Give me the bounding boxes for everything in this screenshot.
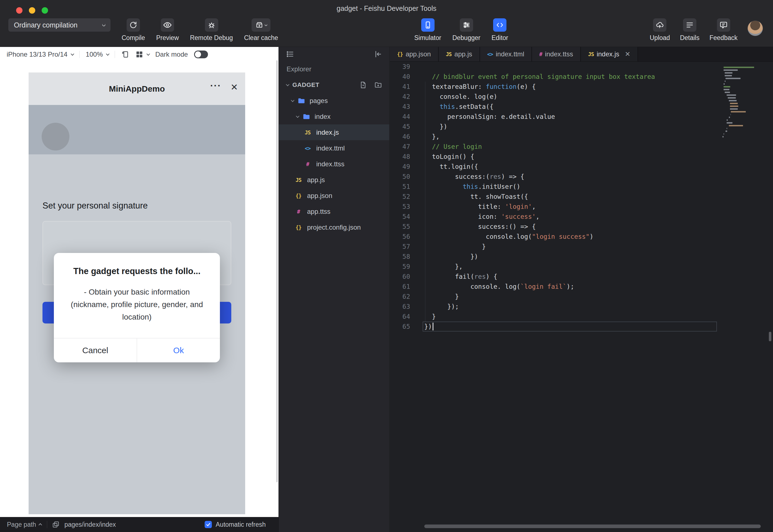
line-content: success:(res) => {: [410, 172, 524, 182]
tab-app.js[interactable]: JSapp.js: [439, 47, 480, 61]
tree-item-index.js[interactable]: JSindex.js: [279, 124, 389, 140]
code-line-44[interactable]: 44 personalSign: e.detail.value: [390, 112, 773, 122]
app-window: gadget - Feishu Developer Tools Ordinary…: [0, 0, 773, 532]
code-line-60[interactable]: 60 fail(res) {: [390, 272, 773, 282]
minimap-line: [724, 69, 738, 71]
minimap-line: [724, 133, 724, 135]
tree-item-app.ttss[interactable]: #app.ttss: [279, 204, 389, 219]
tab-index.ttml[interactable]: <>index.ttml: [480, 47, 532, 61]
dark-mode-toggle[interactable]: [194, 51, 208, 58]
collapse-panel-icon[interactable]: [374, 50, 382, 58]
tree-item-index[interactable]: index: [279, 109, 389, 124]
close-icon[interactable]: ✕: [230, 82, 238, 92]
code-line-50[interactable]: 50 success:(res) => {: [390, 172, 773, 182]
js-file-icon: JS: [294, 177, 303, 183]
code-line-40[interactable]: 40 // bindblur event of personal signatu…: [390, 72, 773, 82]
code-line-61[interactable]: 61 console. log(`login fail`);: [390, 282, 773, 292]
code-line-57[interactable]: 57 }: [390, 242, 773, 252]
minimap[interactable]: [722, 64, 767, 139]
tree-item-pages[interactable]: pages: [279, 93, 389, 109]
chevron-down-icon: [71, 52, 74, 56]
user-avatar[interactable]: [747, 21, 763, 36]
code-line-42[interactable]: 42 console. log(e): [390, 92, 773, 102]
code-line-58[interactable]: 58 }): [390, 252, 773, 262]
auto-refresh-checkbox[interactable]: [205, 521, 212, 528]
tree-item-index.ttss[interactable]: #index.ttss: [279, 156, 389, 172]
page-path-selector[interactable]: Page path: [7, 521, 42, 528]
chevron-down-icon[interactable]: [296, 114, 300, 118]
layout-grid-button[interactable]: [135, 51, 149, 58]
code-line-53[interactable]: 53 title: 'login',: [390, 202, 773, 212]
code-line-45[interactable]: 45 }): [390, 122, 773, 132]
details-button[interactable]: Details: [680, 18, 699, 42]
tree-item-app.json[interactable]: {}app.json: [279, 188, 389, 204]
preview-button[interactable]: Preview: [156, 18, 179, 42]
debugger-toggle-button[interactable]: Debugger: [452, 18, 480, 42]
code-line-64[interactable]: 64 }: [390, 312, 773, 322]
minimap-line: [728, 97, 736, 99]
minimap-line: [722, 136, 724, 137]
code-line-48[interactable]: 48 toLogin() {: [390, 152, 773, 162]
window-chrome: gadget - Feishu Developer Tools Ordinary…: [0, 0, 773, 47]
code-line-52[interactable]: 52 tt. showToast({: [390, 192, 773, 202]
device-selector[interactable]: iPhone 13/13 Pro/14: [7, 51, 73, 58]
code-line-43[interactable]: 43 this.setData({: [390, 102, 773, 112]
simulator-scrollbar[interactable]: [276, 60, 278, 482]
chevron-down-icon: [286, 83, 290, 86]
feedback-button[interactable]: Feedback: [709, 18, 737, 42]
compile-button[interactable]: Compile: [122, 18, 145, 42]
tree-item-app.js[interactable]: JSapp.js: [279, 172, 389, 188]
code-line-41[interactable]: 41 textareaBlur: function(e) {: [390, 82, 773, 92]
tab-index.js[interactable]: JSindex.js✕: [581, 47, 638, 61]
tree-item-project.config.json[interactable]: {}project.config.json: [279, 219, 389, 235]
code-line-49[interactable]: 49 tt.login({: [390, 162, 773, 172]
tree-item-index.ttml[interactable]: <>index.ttml: [279, 140, 389, 156]
code-line-56[interactable]: 56 console.log("login success"): [390, 232, 773, 242]
compilation-mode-dropdown[interactable]: Ordinary compilation: [8, 18, 111, 32]
line-content: // User login: [410, 142, 482, 152]
zoom-selector[interactable]: 100%: [86, 51, 109, 58]
dialog-body: - Obtain your basic information (nicknam…: [67, 286, 206, 323]
sliders-icon: [460, 18, 473, 32]
code-line-62[interactable]: 62 }: [390, 292, 773, 302]
editor-toggle-button[interactable]: Editor: [491, 18, 508, 42]
tab-app.json[interactable]: {}app.json: [390, 47, 439, 61]
project-root-row[interactable]: GADGET: [279, 77, 389, 93]
new-file-icon[interactable]: [359, 81, 367, 89]
code-editor[interactable]: 3940 // bindblur event of personal signa…: [390, 62, 773, 532]
rotate-device-button[interactable]: [121, 50, 129, 59]
minimap-line: [724, 89, 729, 90]
remote-debug-button[interactable]: Remote Debug: [190, 18, 233, 42]
code-line-39[interactable]: 39: [390, 62, 773, 72]
code-line-63[interactable]: 63 });: [390, 302, 773, 312]
code-line-51[interactable]: 51 this.initUser(): [390, 182, 773, 192]
dialog-footer: Cancel Ok: [54, 338, 220, 362]
upload-button[interactable]: Upload: [650, 18, 670, 42]
clear-cache-button[interactable]: Clear cache: [244, 18, 278, 42]
profile-avatar-placeholder[interactable]: [42, 123, 69, 150]
more-menu-icon[interactable]: ···: [210, 80, 221, 91]
signature-label: Set your personal signature: [42, 201, 148, 211]
new-folder-icon[interactable]: [374, 81, 382, 89]
outline-icon[interactable]: [286, 50, 294, 58]
cancel-button[interactable]: Cancel: [54, 338, 137, 362]
zoom-value: 100%: [86, 51, 103, 58]
feedback-label: Feedback: [709, 34, 737, 42]
simulator-toggle-button[interactable]: Simulator: [414, 18, 441, 42]
code-line-55[interactable]: 55 success:() => {: [390, 222, 773, 232]
ok-button[interactable]: Ok: [137, 338, 220, 362]
vertical-scrollbar[interactable]: [769, 332, 771, 341]
chevron-down-icon[interactable]: [291, 99, 295, 102]
dark-mode-label: Dark mode: [155, 51, 188, 58]
code-line-54[interactable]: 54 icon: 'success',: [390, 212, 773, 222]
window-title: gadget - Feishu Developer Tools: [0, 4, 773, 12]
code-line-47[interactable]: 47 // User login: [390, 142, 773, 152]
horizontal-scrollbar[interactable]: [424, 525, 761, 528]
code-line-46[interactable]: 46 },: [390, 132, 773, 142]
code-line-65[interactable]: 65}): [390, 322, 773, 332]
css-file-icon: #: [303, 161, 312, 167]
close-tab-icon[interactable]: ✕: [625, 50, 630, 58]
tab-index.ttss[interactable]: #index.ttss: [532, 47, 581, 61]
file-name: index.ttss: [316, 160, 344, 168]
code-line-59[interactable]: 59 },: [390, 262, 773, 272]
